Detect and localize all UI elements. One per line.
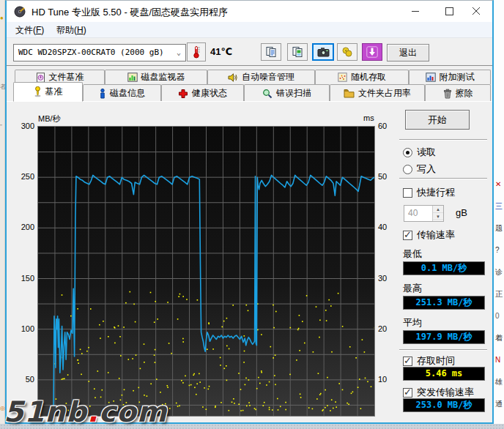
radio-icon <box>403 165 412 174</box>
donate-button[interactable] <box>337 43 357 61</box>
right-axis-tick: 10 <box>378 375 397 384</box>
burst-rate-checkbox[interactable]: 突发传输速率 <box>403 386 474 399</box>
copy-image-icon <box>292 46 303 58</box>
right-axis-tick: 50 <box>378 172 397 181</box>
benchmark-icon <box>34 86 42 97</box>
background-text-fragment: ? <box>495 246 504 255</box>
toolbar: WDC WD20SPZX-00CRAT0 (2000 gB) ⌄ 41℃ <box>7 38 492 66</box>
minimize-icon <box>412 7 420 15</box>
left-axis-tick: 100 <box>15 324 34 333</box>
checkbox-icon <box>403 188 412 198</box>
right-axis-tick: 40 <box>378 223 397 231</box>
background-text-fragment: 0 <box>495 312 504 321</box>
copy-text-icon <box>265 46 277 58</box>
temperature-value: 41℃ <box>210 46 232 57</box>
min-value: 0.1 MB/秒 <box>403 261 485 275</box>
checkbox-checked-icon <box>403 357 412 366</box>
tab-erase[interactable]: 擦除 <box>425 84 491 102</box>
extra-tests-icon <box>426 72 436 82</box>
tab-error-scan[interactable]: 错误扫描 <box>244 84 330 102</box>
disk-info-icon <box>99 89 106 99</box>
checkbox-checked-icon <box>403 231 412 240</box>
tab-disk-info[interactable]: 磁盘信息 <box>83 84 161 102</box>
transfer-rate-checkbox[interactable]: 传输速率 <box>403 228 455 242</box>
access-time-value: 5.46 ms <box>403 367 485 381</box>
background-window-right-sliver: ✕三题?诊正0着N雄通 <box>494 0 504 429</box>
left-axis-tick: 250 <box>15 172 34 181</box>
stepper-arrows[interactable]: ▲▼ <box>432 206 443 221</box>
short-stroke-checkbox[interactable]: 快捷行程 <box>403 186 455 199</box>
close-button[interactable] <box>460 1 492 22</box>
background-text-fragment: ✕ <box>495 180 504 189</box>
right-axis-tick: 60 <box>378 122 397 130</box>
download-arrow-icon <box>366 46 378 58</box>
tab-random-access[interactable]: 随机存取 <box>315 70 409 84</box>
tab-extra-tests[interactable]: 附加测试 <box>409 70 491 84</box>
left-axis-tick: 150 <box>15 274 34 283</box>
copy-text-button[interactable] <box>261 43 281 61</box>
background-text-fragment: N <box>495 356 504 365</box>
background-text-fragment: 诊 <box>495 268 504 277</box>
tab-aam[interactable]: 自动噪音管理 <box>207 70 315 84</box>
minimize-button[interactable] <box>399 1 432 22</box>
app-icon <box>14 6 26 18</box>
exit-button[interactable]: 退出 <box>387 44 429 61</box>
menu-help[interactable]: 帮助(H) <box>51 22 92 38</box>
stepper-down-icon[interactable]: ▼ <box>433 213 443 220</box>
background-text-fragment: 雄 <box>495 378 504 387</box>
title-bar[interactable]: HD Tune 专业版 5.50 - 硬盘/固态硬盘实用程序 <box>7 1 492 22</box>
tab-disk-monitor[interactable]: 磁盘监视器 <box>105 70 207 84</box>
thermometer-icon <box>191 45 201 59</box>
separator <box>399 178 487 179</box>
update-button[interactable] <box>362 43 382 61</box>
menu-bar: 文件(F) 帮助(H) <box>7 22 492 38</box>
access-time-scatter <box>53 291 374 411</box>
right-axis-title: ms <box>363 113 374 122</box>
capacity-stepper[interactable]: 40 ▲▼ <box>404 205 444 222</box>
speaker-icon <box>228 72 238 83</box>
screenshot-button[interactable] <box>312 43 334 61</box>
separator <box>399 139 487 141</box>
background-text-fragment: 正 <box>495 290 504 299</box>
stepper-up-icon[interactable]: ▲ <box>433 206 443 213</box>
background-window-left-sliver: ● 者 " ◎ <box>0 0 5 429</box>
health-cross-icon <box>178 89 188 99</box>
chevron-down-icon: ⌄ <box>177 45 181 61</box>
close-icon <box>472 7 481 15</box>
max-label: 最高 <box>403 282 422 295</box>
tab-benchmark[interactable]: 基准 <box>13 82 83 102</box>
background-text-fragment: 通 <box>495 400 504 409</box>
background-text-fragment: 着 <box>495 334 504 343</box>
copy-image-button[interactable] <box>287 43 308 61</box>
max-value: 251.3 MB/秒 <box>403 296 485 310</box>
trash-icon <box>443 89 452 99</box>
tab-health[interactable]: 健康状态 <box>161 84 244 102</box>
checkbox-checked-icon <box>403 388 412 398</box>
menu-file[interactable]: 文件(F) <box>10 22 50 38</box>
capacity-unit: gB <box>456 207 467 218</box>
random-access-icon <box>338 72 347 82</box>
magnifier-icon <box>262 89 273 99</box>
avg-label: 平均 <box>403 316 422 329</box>
hdtune-window: HD Tune 专业版 5.50 - 硬盘/固态硬盘实用程序 文件(F) 帮助(… <box>5 0 494 424</box>
tab-folder-usage[interactable]: 文件夹占用率 <box>330 84 425 102</box>
file-benchmark-icon <box>36 72 45 83</box>
right-axis-tick: 20 <box>378 324 397 333</box>
start-button[interactable]: 开始 <box>405 110 470 130</box>
drive-select[interactable]: WDC WD20SPZX-00CRAT0 (2000 gB) ⌄ <box>13 44 186 61</box>
separator <box>399 349 487 351</box>
left-axis-title: MB/秒 <box>38 113 61 124</box>
benchmark-plot <box>37 126 375 417</box>
temperature-button[interactable] <box>187 42 206 61</box>
background-text-fragment: 三 <box>495 202 504 211</box>
write-radio[interactable]: 写入 <box>403 163 436 176</box>
left-axis-tick: 50 <box>15 375 34 384</box>
desktop: ● 者 " ◎ ✕三题?诊正0着N雄通 HD Tune 专业版 5.50 - 硬… <box>0 0 504 429</box>
read-radio[interactable]: 读取 <box>403 146 436 159</box>
burst-rate-value: 253.0 MB/秒 <box>403 398 485 412</box>
avg-value: 197.9 MB/秒 <box>403 330 485 344</box>
background-text-fragment: 题 <box>495 224 504 233</box>
access-time-checkbox[interactable]: 存取时间 <box>403 354 455 368</box>
window-title: HD Tune 专业版 5.50 - 硬盘/固态硬盘实用程序 <box>32 6 228 19</box>
folder-icon <box>344 89 355 98</box>
